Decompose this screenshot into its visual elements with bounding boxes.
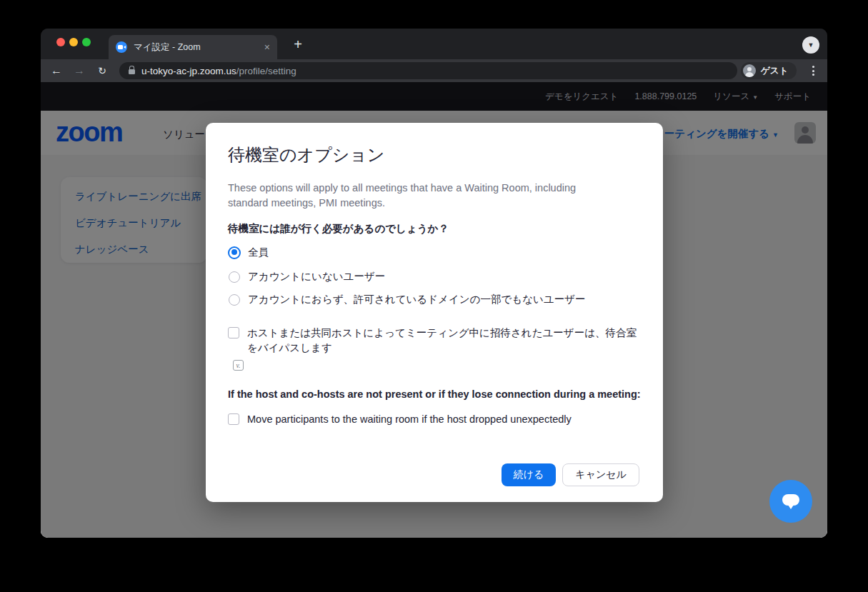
tab-strip: マイ設定 - Zoom × + ▼ — [41, 29, 827, 59]
checkbox-icon[interactable] — [228, 327, 239, 338]
radio-unselected-icon[interactable] — [229, 294, 240, 306]
radio-label: アカウントにいないユーザー — [248, 270, 385, 284]
close-window-button[interactable] — [56, 38, 65, 46]
broken-image-icon: v. — [233, 360, 244, 371]
radio-selected-icon[interactable] — [228, 246, 241, 259]
dialog-description: These options will apply to all meetings… — [228, 181, 614, 211]
browser-profile-button[interactable]: ゲスト — [741, 62, 797, 79]
address-bar[interactable]: u-tokyo-ac-jp.zoom.us /profile/setting — [119, 62, 737, 79]
zoom-window-button[interactable] — [82, 38, 91, 46]
chat-fab-button[interactable] — [769, 480, 812, 523]
waiting-room-options-dialog: 待機室のオプション These options will apply to al… — [206, 123, 663, 502]
guest-avatar-icon — [743, 64, 756, 77]
zoom-favicon-icon — [116, 41, 127, 53]
browser-toolbar: ← → ↻ u-tokyo-ac-jp.zoom.us /profile/set… — [41, 59, 827, 82]
dialog-question: 待機室には誰が行く必要があるのでしょうか？ — [228, 222, 449, 236]
radio-everyone[interactable]: 全員 — [228, 246, 269, 259]
chevron-down-icon[interactable]: ▼ — [802, 36, 819, 54]
url-path: /profile/setting — [236, 66, 296, 76]
radio-label: 全員 — [248, 246, 269, 259]
radio-users-not-in-account[interactable]: アカウントにいないユーザー — [228, 270, 385, 284]
dialog-title: 待機室のオプション — [228, 144, 384, 166]
tab-title: マイ設定 - Zoom — [134, 41, 264, 54]
chat-bubble-tail-icon — [788, 505, 794, 509]
new-tab-button[interactable]: + — [288, 35, 308, 55]
browser-window: マイ設定 - Zoom × + ▼ ← → ↻ u-tokyo-ac-jp.zo… — [41, 29, 827, 538]
guest-label: ゲスト — [761, 65, 788, 77]
reload-icon[interactable]: ↻ — [94, 62, 111, 79]
checkbox-bypass-waiting-room[interactable]: ホストまたは共同ホストによってミーティング中に招待されたユーザーは、待合室をバイ… — [228, 326, 646, 356]
minimize-window-button[interactable] — [69, 38, 78, 46]
checkbox-label: Move participants to the waiting room if… — [247, 412, 646, 427]
cancel-button[interactable]: キャンセル — [562, 463, 639, 486]
close-tab-icon[interactable]: × — [264, 42, 270, 52]
checkbox-label: ホストまたは共同ホストによってミーティング中に招待されたユーザーは、待合室をバイ… — [247, 326, 646, 356]
lock-icon — [129, 69, 135, 74]
radio-users-not-in-account-or-domain[interactable]: アカウントにおらず、許可されているドメインの一部でもないユーザー — [228, 293, 586, 306]
browser-menu-icon[interactable] — [807, 64, 819, 77]
checkbox-move-participants[interactable]: Move participants to the waiting room if… — [228, 412, 646, 427]
url-host: u-tokyo-ac-jp.zoom.us — [141, 66, 236, 76]
dialog-actions: 続ける キャンセル — [502, 463, 639, 486]
continue-button[interactable]: 続ける — [502, 463, 557, 486]
chat-bubble-icon — [782, 494, 799, 506]
back-icon[interactable]: ← — [48, 62, 65, 79]
radio-label: アカウントにおらず、許可されているドメインの一部でもないユーザー — [248, 293, 586, 306]
browser-tab[interactable]: マイ設定 - Zoom × — [109, 35, 277, 59]
host-absent-heading: If the host and co-hosts are not present… — [228, 388, 641, 400]
radio-unselected-icon[interactable] — [229, 271, 240, 283]
checkbox-icon[interactable] — [228, 413, 239, 425]
forward-icon: → — [71, 62, 88, 79]
